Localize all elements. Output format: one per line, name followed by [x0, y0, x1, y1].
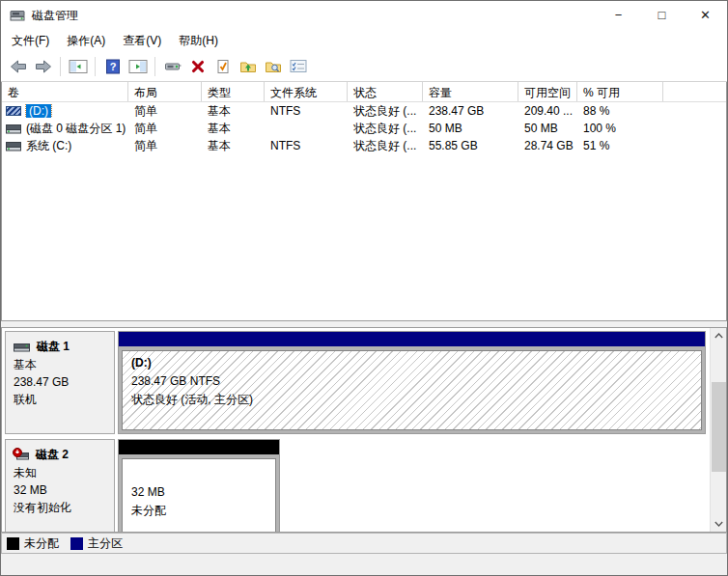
task-list-button[interactable]: [286, 55, 310, 78]
window-title: 磁盘管理: [32, 8, 78, 24]
legend-unallocated-label: 未分配: [24, 535, 59, 552]
properties-button[interactable]: [210, 55, 235, 78]
disk-management-window: 磁盘管理 − □ ✕ 文件(F) 操作(A) 查看(V) 帮助(H): [0, 0, 728, 576]
primary-partition-swatch: [70, 537, 83, 550]
device-icon: [164, 59, 182, 74]
disk-1-partition-d[interactable]: (D:) 238.47 GB NTFS 状态良好 (活动, 主分区): [118, 331, 706, 434]
selected-volume-drive-icon: [6, 106, 21, 116]
cell-capacity: 238.47 GB: [423, 104, 518, 118]
col-filesystem[interactable]: 文件系统: [265, 82, 348, 101]
disk-1-row: 磁盘 1 基本 238.47 GB 联机 (D:) 238.47 GB NTFS…: [5, 331, 706, 434]
folder-magnifier-icon: [265, 59, 282, 74]
device-status-button[interactable]: [160, 55, 184, 78]
unknown-disk-icon: [14, 450, 29, 460]
forward-button[interactable]: [31, 55, 55, 78]
cell-capacity: 50 MB: [423, 122, 518, 135]
scrollbar-thumb[interactable]: [712, 382, 726, 472]
menu-file[interactable]: 文件(F): [3, 30, 58, 52]
unallocated-size: 32 MB: [131, 483, 266, 502]
explore-folder-button[interactable]: [261, 55, 285, 78]
cell-volume: (磁盘 0 磁盘分区 1): [2, 121, 128, 137]
disk-2-size: 32 MB: [14, 481, 106, 499]
disk-2-status: 没有初始化: [14, 499, 106, 516]
close-button[interactable]: ✕: [684, 1, 727, 28]
open-folder-button[interactable]: [236, 55, 260, 78]
menu-action[interactable]: 操作(A): [58, 30, 114, 52]
menu-view[interactable]: 查看(V): [114, 30, 170, 52]
disk-1-title: 磁盘 1: [14, 338, 106, 355]
drive-icon: [6, 123, 21, 134]
disk-2-title: 磁盘 2: [14, 446, 106, 463]
cell-percent-free: 100 %: [577, 122, 663, 135]
unallocated-strip: [119, 440, 279, 454]
cell-status: 状态良好 (...: [348, 103, 423, 120]
delete-volume-button[interactable]: [185, 55, 210, 78]
page-check-icon: [215, 59, 231, 74]
scroll-down-button[interactable]: [711, 516, 727, 532]
cell-type: 基本: [202, 138, 265, 154]
forward-arrow-icon: [35, 59, 52, 74]
svg-text:?: ?: [109, 61, 116, 72]
folder-up-arrow-icon: [239, 59, 257, 74]
help-button[interactable]: ?: [100, 55, 125, 78]
partition-d-size: 238.47 GB NTFS: [131, 372, 692, 391]
delete-x-icon: [190, 59, 206, 74]
partition-d-body: (D:) 238.47 GB NTFS 状态良好 (活动, 主分区): [122, 350, 702, 430]
disk-1-label-panel[interactable]: 磁盘 1 基本 238.47 GB 联机: [5, 331, 115, 434]
disk-1-size: 238.47 GB: [14, 373, 106, 391]
disk-2-type: 未知: [14, 464, 106, 481]
legend-primary-partition: 主分区: [70, 535, 123, 552]
cell-layout: 简单: [128, 121, 202, 137]
disk-1-status: 联机: [14, 391, 106, 408]
toolbar-separator: [154, 57, 155, 76]
titlebar: 磁盘管理 − □ ✕: [1, 1, 727, 30]
volume-row-disk0-partition1[interactable]: (磁盘 0 磁盘分区 1) 简单 基本 状态良好 (... 50 MB 50 M…: [2, 120, 726, 137]
minimize-button[interactable]: −: [597, 1, 640, 28]
cell-layout: 简单: [128, 103, 202, 120]
cell-status: 状态良好 (...: [348, 121, 423, 137]
legend-primary-partition-label: 主分区: [88, 535, 123, 552]
cell-status: 状态良好 (...: [348, 138, 423, 154]
graphical-view: 磁盘 1 基本 238.47 GB 联机 (D:) 238.47 GB NTFS…: [1, 327, 727, 533]
status-bar: [1, 554, 727, 575]
disk-1-name: 磁盘 1: [37, 338, 70, 355]
col-percent-free[interactable]: % 可用: [577, 82, 663, 101]
volume-label: (磁盘 0 磁盘分区 1): [26, 121, 126, 137]
col-filler: [663, 82, 726, 101]
volume-label: 系统 (C:): [26, 138, 71, 154]
vertical-scrollbar[interactable]: [710, 328, 726, 532]
disk-1-type: 基本: [14, 356, 106, 373]
col-layout[interactable]: 布局: [128, 82, 202, 101]
col-volume[interactable]: 卷: [2, 82, 128, 101]
console-tree-toggle-button[interactable]: [66, 55, 90, 78]
cell-type: 基本: [202, 103, 265, 120]
cell-volume: (D:): [2, 104, 128, 118]
col-free-space[interactable]: 可用空间: [518, 82, 577, 101]
col-type[interactable]: 类型: [202, 82, 265, 101]
disk-icon: [14, 342, 30, 352]
cell-percent-free: 88 %: [577, 104, 663, 118]
action-pane-icon: [128, 59, 148, 74]
disk-2-label-panel[interactable]: 磁盘 2 未知 32 MB 没有初始化: [5, 439, 115, 533]
back-button[interactable]: [6, 55, 30, 78]
volume-row-c[interactable]: 系统 (C:) 简单 基本 NTFS 状态良好 (... 55.85 GB 28…: [2, 137, 726, 154]
menu-help[interactable]: 帮助(H): [170, 30, 227, 52]
scroll-up-button[interactable]: [711, 328, 727, 343]
col-capacity[interactable]: 容量: [423, 82, 518, 101]
toolbar: ?: [1, 51, 727, 82]
cell-capacity: 55.85 GB: [423, 139, 518, 152]
toolbar-separator: [95, 57, 96, 76]
chevron-down-icon: [714, 521, 723, 527]
volume-row-d[interactable]: (D:) 简单 基本 NTFS 状态良好 (... 238.47 GB 209.…: [2, 102, 726, 120]
help-icon: ?: [105, 59, 121, 74]
menubar: 文件(F) 操作(A) 查看(V) 帮助(H): [1, 30, 727, 51]
legend-unallocated: 未分配: [7, 535, 59, 552]
selected-volume-label: (D:): [26, 104, 51, 118]
disk-2-unallocated-region[interactable]: 32 MB 未分配: [118, 439, 280, 533]
action-pane-toggle-button[interactable]: [126, 55, 150, 78]
disk-management-app-icon: [10, 8, 25, 23]
cell-filesystem: NTFS: [265, 104, 348, 118]
maximize-button[interactable]: □: [640, 1, 684, 28]
partition-d-label: (D:): [131, 354, 692, 372]
col-status[interactable]: 状态: [348, 82, 423, 101]
